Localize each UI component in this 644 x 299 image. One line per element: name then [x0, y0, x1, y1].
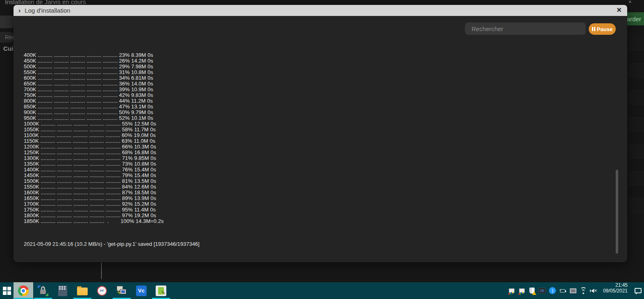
- save-button-partial[interactable]: arder: [626, 12, 644, 25]
- remote-computer-icon: ϟ: [116, 286, 127, 296]
- taskbar-item-secure-transfer[interactable]: [33, 282, 53, 299]
- system-tray: ᛒ ⌁ ✕: [508, 282, 600, 299]
- vnc-server-tray-icon[interactable]: [518, 287, 526, 295]
- scrollbar-thumb[interactable]: [616, 170, 618, 254]
- lock-transfer-icon: [38, 286, 48, 296]
- display-tray-icon[interactable]: [539, 287, 546, 295]
- dialog-header: › Log d'installation ✕: [14, 5, 627, 16]
- log-viewport: 400K .......... .......... .......... ..…: [24, 43, 605, 251]
- background-close-icon[interactable]: ×: [628, 0, 632, 5]
- calculator-icon: [58, 286, 67, 296]
- dialog-title: Log d'installation: [25, 7, 70, 14]
- taskbar-item-vnc-viewer[interactable]: Vc: [132, 282, 151, 299]
- taskbar-item-remote-computer[interactable]: ϟ: [112, 282, 132, 299]
- vnc-server-tray-icon[interactable]: [508, 287, 515, 295]
- snipping-tool-icon: ✂: [97, 286, 107, 296]
- wifi-icon[interactable]: [580, 287, 587, 295]
- pause-label: Pause: [597, 26, 612, 32]
- install-log-dialog: › Log d'installation ✕ Pause 400K ......…: [14, 5, 627, 262]
- windows-logo-icon: [3, 287, 11, 295]
- taskbar-item-calculator[interactable]: [53, 282, 73, 299]
- folder-icon: [77, 288, 88, 295]
- vnc-viewer-icon: Vc: [136, 286, 147, 296]
- volume-muted-icon[interactable]: ✕: [590, 287, 597, 295]
- search-input[interactable]: [465, 22, 586, 35]
- action-center-icon[interactable]: [632, 282, 644, 299]
- clock-date: 09/05/2021: [603, 288, 628, 294]
- background-tab-partial[interactable]: [0, 16, 15, 28]
- background-divider-line: [101, 263, 102, 279]
- close-icon[interactable]: ✕: [617, 6, 622, 14]
- background-search-partial[interactable]: Rech: [0, 32, 14, 43]
- taskbar-item-chrome[interactable]: [14, 282, 33, 299]
- remote-display-icon[interactable]: [569, 287, 577, 295]
- log-saved-line: 2021-05-09 21:45:16 (10.2 MB/s) - 'get-p…: [24, 241, 605, 247]
- taskbar-item-notepad-plus-plus[interactable]: ✎: [151, 282, 171, 299]
- taskbar: ✂ ϟ Vc ✎ ᛒ ⌁ ✕ 21:45 09/05/2021: [0, 282, 644, 299]
- defender-warning-icon[interactable]: [528, 287, 536, 295]
- pause-button[interactable]: Pause: [589, 23, 616, 35]
- taskbar-clock[interactable]: 21:45 09/05/2021: [600, 282, 632, 299]
- log-download-lines: 400K .......... .......... .......... ..…: [24, 52, 605, 224]
- pause-icon: [592, 27, 595, 31]
- chevron-right-icon: ›: [18, 7, 20, 14]
- clock-time: 21:45: [603, 282, 628, 288]
- chrome-icon: [18, 286, 29, 296]
- taskbar-item-file-explorer[interactable]: [73, 282, 92, 299]
- bluetooth-icon[interactable]: ᛒ: [549, 287, 556, 295]
- taskbar-item-snipping-tool[interactable]: ✂: [92, 282, 112, 299]
- start-button[interactable]: [0, 282, 14, 299]
- background-list-rows: [628, 37, 644, 213]
- notepad-plus-plus-icon: ✎: [156, 286, 166, 296]
- power-plug-icon[interactable]: ⌁: [559, 287, 567, 295]
